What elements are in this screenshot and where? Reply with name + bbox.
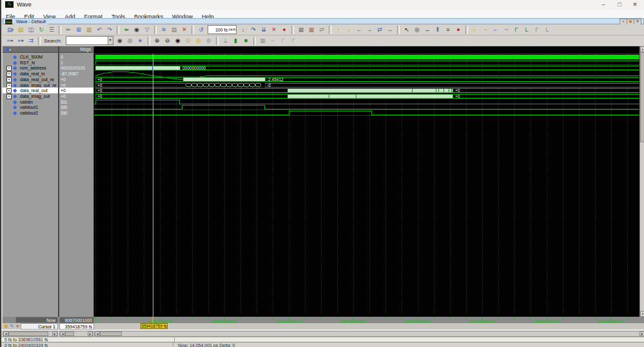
remove-wave-button[interactable]: ✕: [179, 25, 190, 35]
signal-menu-icon[interactable]: ◆▾: [5, 46, 11, 53]
stop-light-button[interactable]: ●: [453, 25, 463, 35]
signal-value-row-data_real_in[interactable]: -87.0087: [59, 71, 93, 77]
collapse-time-at-cursor-button[interactable]: Γ: [289, 36, 299, 46]
signal-value-row-data_imag_out_re[interactable]: +0: [59, 82, 93, 88]
advanced-search-button[interactable]: ∗: [135, 36, 146, 46]
dropdown-caret-icon[interactable]: ▾: [12, 25, 14, 35]
previous-falling-edge-button[interactable]: ⇄: [375, 25, 385, 35]
expand-time-at-cursor-button[interactable]: Γ: [278, 36, 289, 46]
continue-run-button[interactable]: ↷: [248, 25, 259, 35]
wave-paste-button[interactable]: ⌐: [491, 25, 501, 35]
print-button[interactable]: ☰: [46, 25, 57, 35]
scroll-up-icon[interactable]: ▲: [640, 46, 644, 52]
signal-value-row-RST_N[interactable]: 1: [59, 60, 93, 66]
signal-names-panel[interactable]: ◆CLK_500M◆RST_N+◆rom_address+◆data_real_…: [3, 53, 58, 317]
signal-row-validout2[interactable]: ◆validout2: [3, 110, 58, 116]
redo-button[interactable]: ↷: [104, 25, 115, 35]
reset-layout-button[interactable]: ⇄: [317, 25, 327, 35]
wave-delete-edge-button[interactable]: Γ: [511, 25, 522, 35]
edit-mode-button[interactable]: ≡: [443, 25, 453, 35]
compile-run-button[interactable]: ●▾: [121, 25, 132, 35]
signal-row-data_real_out[interactable]: +◆data_real_out: [3, 88, 58, 93]
minimize-button[interactable]: –: [596, 0, 610, 9]
scroll-thumb[interactable]: [640, 52, 644, 142]
signal-row-CLK_500M[interactable]: ◆CLK_500M: [3, 54, 58, 60]
stop-button[interactable]: ●: [279, 25, 289, 35]
open-file-button[interactable]: ▨: [15, 25, 26, 35]
expanded-time-deltas-button[interactable]: ▮: [231, 36, 241, 46]
pause-drawing-button[interactable]: ‖: [433, 25, 443, 35]
delete-cursor-icon[interactable]: ✕: [15, 324, 19, 328]
add-all-to-wave-button[interactable]: ⇉: [26, 36, 36, 46]
zoom-mode-button[interactable]: ◎: [412, 25, 422, 35]
wave-mirror-button[interactable]: Γ: [532, 25, 542, 35]
copy-button[interactable]: ⊞: [73, 25, 84, 35]
edit-cursor-icon[interactable]: ✎: [10, 324, 14, 328]
run-button[interactable]: ↓: [238, 25, 248, 35]
signal-row-validin[interactable]: ◆validin: [3, 99, 58, 105]
waveform-canvas[interactable]: 0000000000+0-2.45412+0-0+0+0+0+0: [94, 46, 639, 317]
signal-values-panel[interactable]: 010010101101-87.0087+0+0+0+0St1St0St0: [59, 53, 93, 317]
load-layout-button[interactable]: ▦: [306, 25, 317, 35]
dropdown-caret-icon[interactable]: ▾: [22, 36, 24, 46]
combo-dropdown-icon[interactable]: ▾: [108, 37, 113, 44]
cursor-time-flag[interactable]: 359418759 fs: [141, 323, 168, 329]
previous-transition-button[interactable]: ↑: [333, 25, 344, 35]
signal-value-row-validout2[interactable]: St0: [59, 110, 93, 116]
zoom-full-button[interactable]: ◉: [173, 36, 183, 46]
collapse-all-time-button[interactable]: ⌐: [268, 36, 278, 46]
maximize-button[interactable]: □: [612, 0, 627, 9]
zoom-between-cursors-button[interactable]: ◎: [193, 36, 204, 46]
lock-cursor-icon[interactable]: ▣: [4, 324, 8, 328]
signal-value-row-data_imag_out[interactable]: +0: [59, 93, 93, 99]
search-up-button[interactable]: ◎: [125, 36, 135, 46]
signal-value-row-validin[interactable]: St1: [59, 99, 93, 105]
cut-button[interactable]: ✂: [63, 25, 73, 35]
show-dataflow-button[interactable]: ≋: [159, 25, 169, 35]
pan-mode-button[interactable]: ↔: [422, 25, 433, 35]
add-selected-to-wave-button[interactable]: ↦▾: [5, 36, 15, 46]
dropdown-caret-icon[interactable]: ▾: [12, 36, 14, 46]
wave-hscrollbar[interactable]: ◀▶: [94, 331, 644, 337]
next-falling-edge-button[interactable]: ↔: [385, 25, 395, 35]
cursor-track[interactable]: 359418759 fs: [93, 323, 644, 330]
signal-row-RST_N[interactable]: ◆RST_N: [3, 60, 58, 66]
previous-rising-edge-button[interactable]: ←: [354, 25, 364, 35]
wave-invert-button[interactable]: L: [522, 25, 532, 35]
expand-all-time-button[interactable]: ▦: [258, 36, 268, 46]
scroll-down-icon[interactable]: ▼: [640, 311, 644, 317]
run-length-spinner[interactable]: 100 fs▲▼: [208, 25, 237, 34]
show-list-button[interactable]: ▤: [169, 25, 179, 35]
values-hscrollbar[interactable]: ◀▶: [59, 331, 93, 337]
wave-copy-button[interactable]: ¬: [480, 25, 491, 35]
signal-value-row-validout1[interactable]: St0: [59, 104, 93, 110]
select-mode-button[interactable]: ↖: [402, 25, 412, 35]
restart-button[interactable]: ↺: [196, 25, 206, 35]
zoom-in-on-active-cursor-button[interactable]: ⊙: [183, 36, 193, 46]
waveform-panel[interactable]: 0000000000+0-2.45412+0-0+0+0+0+0: [94, 46, 639, 317]
zoom-out-button[interactable]: ⊖: [162, 36, 173, 46]
signal-row-data_real_in[interactable]: +◆data_real_in: [3, 71, 58, 77]
save-layout-button[interactable]: ▦: [296, 25, 306, 35]
signal-row-data_real_out_re[interactable]: +◆data_real_out_re: [3, 77, 58, 82]
zoom-in-button[interactable]: ⊕: [152, 36, 162, 46]
search-combobox[interactable]: ▾: [66, 36, 113, 45]
signal-row-data_imag_out[interactable]: +◆data_imag_out: [3, 93, 58, 99]
wave-cut-button[interactable]: ⌐: [470, 25, 480, 35]
signal-row-data_imag_out_re[interactable]: +◆data_imag_out_re: [3, 82, 58, 88]
filter-button[interactable]: ▽: [142, 25, 152, 35]
names-hscrollbar[interactable]: ◀▶: [3, 331, 58, 337]
expanded-time-off-button[interactable]: ⊥: [220, 36, 231, 46]
panel-divider[interactable]: [58, 46, 59, 330]
signal-value-row-data_real_out_re[interactable]: +0: [59, 77, 93, 82]
zoom-last-button[interactable]: ⊘: [204, 36, 214, 46]
pane-header[interactable]: Wave - Default +▣✕: [3, 18, 644, 24]
wave-insert-pulse-button[interactable]: ¬: [501, 25, 511, 35]
wave-stretch-button[interactable]: L: [542, 25, 552, 35]
reload-button[interactable]: ↻: [36, 25, 46, 35]
signal-row-rom_address[interactable]: +◆rom_address: [3, 65, 58, 71]
signal-row-validout1[interactable]: ◆validout1: [3, 104, 58, 110]
next-transition-button[interactable]: ↓: [344, 25, 354, 35]
add-region-to-wave-button[interactable]: ↤▾: [15, 36, 26, 46]
next-rising-edge-button[interactable]: →: [364, 25, 375, 35]
